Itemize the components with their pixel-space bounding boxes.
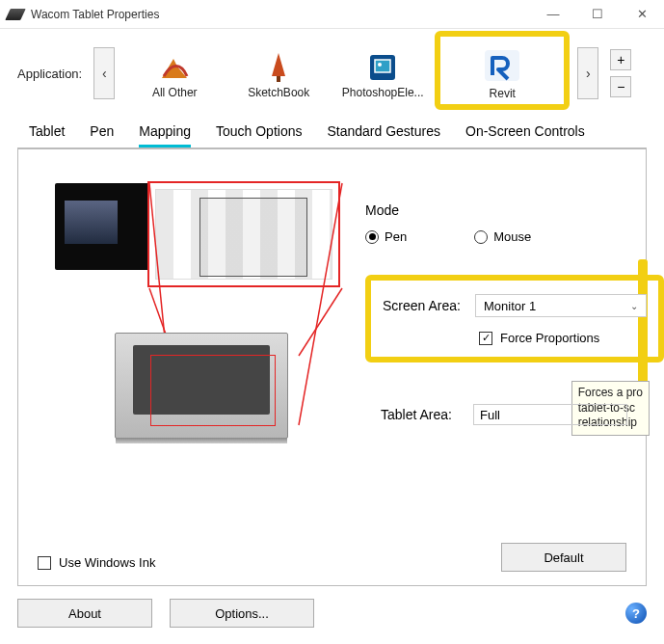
title-bar: Wacom Tablet Properties — ☐ ✕ bbox=[0, 0, 664, 29]
mode-label: Mode bbox=[365, 202, 531, 218]
screen-area-dropdown[interactable]: Monitor 1 ⌄ bbox=[475, 294, 647, 317]
tablet-preview[interactable] bbox=[115, 333, 288, 439]
all-other-icon bbox=[158, 51, 191, 84]
svg-rect-0 bbox=[277, 76, 280, 82]
radio-icon bbox=[365, 230, 379, 244]
help-button[interactable]: ? bbox=[625, 603, 647, 624]
options-button[interactable]: Options... bbox=[170, 599, 314, 628]
minimize-button[interactable]: — bbox=[531, 0, 575, 29]
windows-ink-checkbox[interactable] bbox=[38, 556, 51, 570]
wacom-logo-icon bbox=[5, 9, 26, 20]
maximize-button[interactable]: ☐ bbox=[575, 0, 620, 29]
application-label: Application: bbox=[17, 67, 82, 81]
chevron-down-icon: ⌄ bbox=[630, 301, 638, 311]
add-application-button[interactable]: + bbox=[610, 49, 631, 70]
dropdown-value: Monitor 1 bbox=[484, 299, 536, 313]
svg-rect-4 bbox=[485, 50, 519, 81]
app-scroll-right-button[interactable]: › bbox=[577, 47, 598, 99]
tablet-area-dropdown[interactable]: Full bbox=[473, 404, 627, 425]
close-button[interactable]: ✕ bbox=[620, 0, 664, 29]
tablet-active-area-outline bbox=[150, 355, 276, 426]
window-title: Wacom Tablet Properties bbox=[31, 8, 531, 21]
svg-rect-2 bbox=[375, 60, 390, 72]
svg-line-6 bbox=[299, 288, 342, 356]
mapping-panel: Mode Pen Mouse Screen Area: Monitor 1 ⌄ … bbox=[17, 148, 647, 586]
footer: About Options... ? bbox=[0, 586, 664, 640]
about-button[interactable]: About bbox=[17, 599, 152, 628]
mode-mouse-radio[interactable]: Mouse bbox=[474, 229, 531, 244]
tab-mapping[interactable]: Mapping bbox=[139, 123, 191, 148]
screen-area-highlight: Screen Area: Monitor 1 ⌄ ✓ Force Proport… bbox=[365, 275, 664, 362]
app-tile-all-other[interactable]: All Other bbox=[122, 37, 226, 104]
mode-pen-radio[interactable]: Pen bbox=[365, 229, 407, 244]
monitor-2-thumb bbox=[55, 183, 149, 270]
tab-touch-options[interactable]: Touch Options bbox=[216, 123, 303, 148]
app-tile-photoshop-elements[interactable]: PhotoshopEle... bbox=[331, 37, 435, 104]
tab-tablet[interactable]: Tablet bbox=[29, 123, 65, 148]
photoshop-elements-icon bbox=[366, 51, 399, 84]
windows-ink-label: Use Windows Ink bbox=[59, 555, 155, 570]
windows-ink-row: Use Windows Ink bbox=[38, 555, 155, 570]
app-tile-sketchbook[interactable]: SketchBook bbox=[226, 37, 331, 104]
tab-pen[interactable]: Pen bbox=[90, 123, 114, 148]
tablet-area-row: Tablet Area: Full bbox=[381, 404, 627, 425]
tab-on-screen-controls[interactable]: On-Screen Controls bbox=[465, 123, 585, 148]
app-scroll-left-button[interactable]: ‹ bbox=[93, 47, 115, 99]
force-proportions-checkbox[interactable]: ✓ bbox=[479, 332, 492, 345]
app-tile-label: All Other bbox=[152, 86, 198, 99]
tab-standard-gestures[interactable]: Standard Gestures bbox=[327, 123, 440, 148]
tablet-area-label: Tablet Area: bbox=[381, 407, 467, 422]
radio-label: Pen bbox=[385, 229, 407, 244]
app-tile-label: PhotoshopEle... bbox=[342, 86, 424, 99]
radio-label: Mouse bbox=[493, 229, 531, 244]
app-tile-label: Revit bbox=[490, 87, 516, 100]
revit-icon bbox=[481, 46, 523, 85]
app-tile-label: SketchBook bbox=[248, 86, 309, 99]
svg-point-3 bbox=[378, 63, 382, 67]
monitor-1-thumb bbox=[147, 181, 340, 287]
mode-group: Mode Pen Mouse bbox=[365, 202, 531, 244]
sketchbook-icon bbox=[262, 51, 295, 84]
screen-area-label: Screen Area: bbox=[383, 298, 469, 313]
remove-application-button[interactable]: − bbox=[610, 76, 631, 97]
tab-bar: Tablet Pen Mapping Touch Options Standar… bbox=[0, 118, 664, 148]
default-button[interactable]: Default bbox=[501, 543, 626, 572]
force-proportions-label: Force Proportions bbox=[500, 331, 599, 345]
application-selector: Application: ‹ All Other SketchBook Phot… bbox=[0, 29, 664, 118]
dropdown-value: Full bbox=[480, 408, 500, 422]
screen-preview[interactable] bbox=[55, 183, 340, 287]
radio-icon bbox=[474, 230, 488, 244]
app-tile-revit[interactable]: Revit bbox=[435, 31, 570, 110]
